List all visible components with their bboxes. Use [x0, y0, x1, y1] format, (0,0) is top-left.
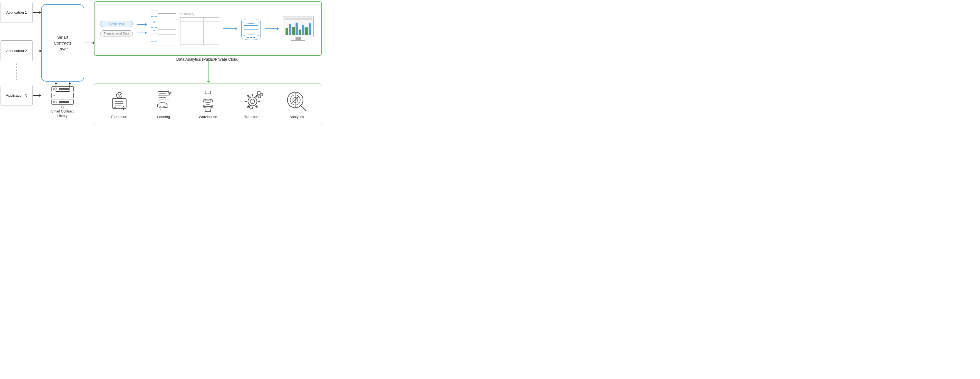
application-2-box: Application 2 — [0, 40, 33, 61]
analytics-inner: Event Data Transactional Data + × ÷ − — [94, 2, 321, 55]
svg-point-2 — [120, 94, 121, 95]
connector-line — [208, 61, 208, 83]
svg-rect-33 — [259, 96, 261, 98]
svg-rect-32 — [260, 94, 262, 96]
diagram-container: Application 1 Application 2 Application … — [0, 0, 327, 126]
svg-marker-10 — [123, 106, 124, 108]
monitor-screen — [283, 16, 313, 37]
summary-data-table — [180, 17, 219, 45]
db-body — [241, 21, 261, 38]
application-n-box: Application N — [0, 85, 33, 106]
database-cylinder — [241, 19, 261, 38]
analytics-label: Data Analytics (Public/Private Cloud) — [94, 57, 322, 62]
db-dots — [247, 37, 255, 38]
warehouse-label: Warehouse — [199, 115, 217, 119]
app1-label: Application 1 — [6, 10, 27, 14]
arrow-summary-to-db — [223, 29, 237, 29]
smart-contracts-label: Smart Contracts Layer — [54, 34, 72, 52]
library-label: Smart Contract Library — [44, 109, 81, 118]
arrow-app1-to-sc — [33, 12, 41, 13]
server-stack-icon — [51, 86, 74, 108]
svg-rect-21 — [205, 91, 211, 94]
warehouse-icon — [197, 90, 219, 112]
matrix-operations: + × ÷ − — [151, 11, 157, 42]
event-data-pill: Event Data — [100, 21, 133, 27]
app2-label: Application 2 — [6, 49, 27, 53]
op-x: × — [151, 19, 157, 25]
analytics-label: Analytics — [290, 115, 304, 119]
chart-bars — [286, 20, 311, 35]
svg-point-30 — [250, 99, 255, 104]
loading-item: Loading — [144, 90, 183, 119]
transactional-data-label: Transactional Data — [104, 32, 129, 35]
summary-label: Summary — [180, 12, 219, 16]
transactional-data-pill: Transactional Data — [100, 30, 133, 37]
op-plus: + — [151, 11, 157, 17]
db-top — [241, 19, 261, 24]
loading-icon — [152, 90, 175, 112]
svg-rect-27 — [205, 109, 211, 112]
appN-label: Application N — [6, 93, 27, 98]
pill-arrows — [137, 24, 147, 33]
svg-point-29 — [248, 97, 257, 106]
svg-point-16 — [169, 94, 170, 95]
arrow-db-to-monitor — [265, 29, 279, 29]
library-arrow-left — [56, 82, 56, 91]
summary-table-area: Summary — [180, 12, 219, 45]
transform-item: Transform — [233, 90, 272, 119]
arrow-sc-to-analytics — [84, 43, 94, 43]
monitor-base — [291, 40, 305, 41]
monitor-chart — [283, 16, 313, 41]
svg-marker-8 — [114, 106, 116, 108]
analytics-item: Analytics — [277, 90, 316, 119]
data-matrix-table — [158, 13, 176, 45]
transform-label: Transform — [244, 115, 261, 119]
arrow-app2-to-sc — [33, 51, 41, 51]
analytics-green-box: Event Data Transactional Data + × ÷ − — [94, 2, 322, 56]
event-data-label: Event Data — [109, 22, 124, 26]
library-arrow-right — [70, 82, 70, 91]
dashed-separator — [16, 64, 17, 80]
op-minus: − — [151, 36, 157, 42]
bottom-icons-row: Extraction Loading — [94, 83, 322, 125]
svg-rect-24 — [203, 101, 213, 106]
op-div: ÷ — [151, 27, 157, 34]
arrow-appN-to-sc — [33, 95, 41, 96]
monitor-neck — [296, 37, 301, 40]
extraction-item: Extraction — [100, 90, 139, 119]
matrix-area: + × ÷ − — [151, 11, 176, 47]
transform-icon — [241, 90, 264, 112]
analytics-icon — [286, 90, 308, 112]
svg-marker-34 — [250, 108, 251, 110]
svg-point-1 — [118, 94, 119, 95]
loading-label: Loading — [157, 115, 170, 119]
data-pills: Event Data Transactional Data — [100, 21, 133, 37]
application-1-box: Application 1 — [0, 2, 33, 23]
smart-contracts-layer: Smart Contracts Layer — [41, 4, 84, 82]
library-arrow-connector — [56, 91, 70, 92]
extraction-label: Extraction — [111, 115, 127, 119]
svg-rect-31 — [258, 92, 260, 94]
connector-dot — [207, 81, 210, 82]
arrow-event-data — [137, 24, 147, 25]
svg-line-41 — [301, 106, 306, 111]
arrow-transactional-data — [137, 33, 147, 33]
warehouse-item: Warehouse — [188, 90, 228, 119]
extraction-icon — [108, 90, 130, 112]
